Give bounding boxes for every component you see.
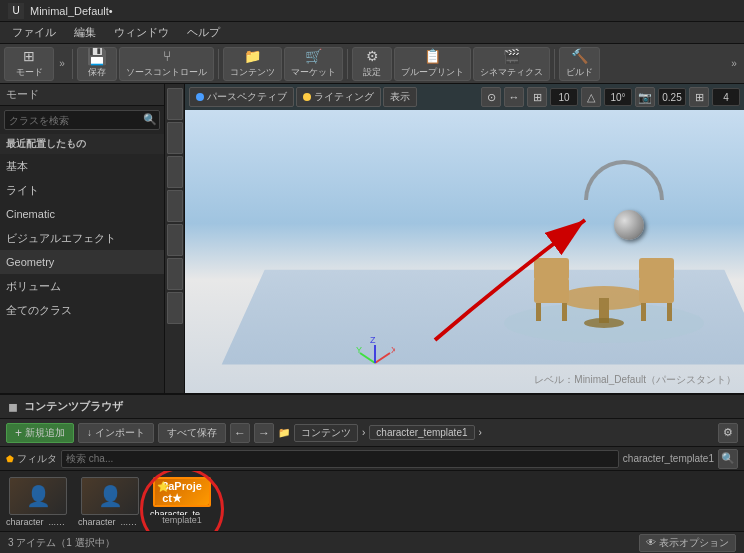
vp-num-2: 10° bbox=[604, 88, 632, 106]
path-character-template[interactable]: character_template1 bbox=[369, 425, 474, 440]
class-search-input[interactable] bbox=[4, 110, 160, 130]
mode-header-label: モード bbox=[6, 87, 39, 102]
breadcrumb-path: 📁 コンテンツ › character_template1 › bbox=[278, 424, 482, 442]
star-icon: ⭐ bbox=[157, 481, 169, 492]
new-add-button[interactable]: + 新規追加 bbox=[6, 423, 74, 443]
item-count-label: 3 アイテム（1 選択中） bbox=[8, 536, 115, 550]
path-chevron-2: › bbox=[479, 427, 482, 438]
vp-num-4: 4 bbox=[712, 88, 740, 106]
content-browser-icon: ◼ bbox=[8, 400, 18, 414]
lighting-btn[interactable]: ライティング bbox=[296, 87, 381, 107]
mini-thumb-6[interactable] bbox=[167, 258, 183, 290]
svg-text:X: X bbox=[391, 345, 395, 355]
asset-item-1[interactable]: 👤 character_...2head bbox=[6, 477, 70, 525]
all-classes-section[interactable]: 全てのクラス bbox=[0, 298, 164, 322]
vp-icon-5[interactable]: 📷 bbox=[635, 87, 655, 107]
geometry-section[interactable]: Geometry bbox=[0, 250, 164, 274]
marketplace-icon: 🛒 bbox=[306, 48, 322, 64]
perspective-dot bbox=[196, 93, 204, 101]
mini-thumb-3[interactable] bbox=[167, 156, 183, 188]
light-section[interactable]: ライト bbox=[0, 178, 164, 202]
save-icon: 💾 bbox=[89, 48, 105, 64]
asset-thumb-inner-2: 👤 bbox=[82, 478, 138, 514]
mini-thumb-4[interactable] bbox=[167, 190, 183, 222]
perspective-btn[interactable]: パースペクティブ bbox=[189, 87, 294, 107]
mode-header: モード bbox=[0, 84, 164, 106]
vp-num-1: 10 bbox=[550, 88, 578, 106]
toolbar-expand[interactable]: » bbox=[56, 47, 68, 81]
view-options-button[interactable]: 👁 表示オプション bbox=[639, 534, 736, 552]
vp-icon-4[interactable]: △ bbox=[581, 87, 601, 107]
import-icon: ↓ bbox=[87, 427, 92, 438]
viewport-right-controls: ⊙ ↔ ⊞ 10 △ 10° 📷 0.25 ⊞ 4 bbox=[481, 87, 740, 107]
menu-edit[interactable]: 編集 bbox=[66, 23, 104, 42]
back-button[interactable]: ← bbox=[230, 423, 250, 443]
svg-line-14 bbox=[360, 353, 375, 363]
mini-thumb-5[interactable] bbox=[167, 224, 183, 256]
path-chevron: › bbox=[362, 427, 365, 438]
blueprint-button[interactable]: 📋 ブループリント bbox=[394, 47, 471, 81]
svg-rect-7 bbox=[562, 303, 567, 321]
menu-help[interactable]: ヘルプ bbox=[179, 23, 228, 42]
forward-button[interactable]: → bbox=[254, 423, 274, 443]
vp-num-3: 0.25 bbox=[658, 88, 686, 106]
title-bar: U Minimal_Default• bbox=[0, 0, 744, 22]
content-search-input[interactable] bbox=[61, 450, 619, 468]
search-icon-btn[interactable]: 🔍 bbox=[718, 449, 738, 469]
save-all-button[interactable]: すべて保存 bbox=[158, 423, 226, 443]
source-control-button[interactable]: ⑂ ソースコントロール bbox=[119, 47, 214, 81]
right-mini-panel bbox=[165, 84, 185, 393]
viewport[interactable]: パースペクティブ ライティング 表示 ⊙ ↔ ⊞ 10 △ 10° 📷 0.25… bbox=[185, 84, 744, 393]
svg-text:Z: Z bbox=[370, 335, 376, 345]
mini-thumb-2[interactable] bbox=[167, 122, 183, 154]
basic-section[interactable]: 基本 bbox=[0, 154, 164, 178]
path-content[interactable]: コンテンツ bbox=[294, 424, 358, 442]
recent-placed-section[interactable]: 最近配置したもの bbox=[0, 134, 164, 154]
asset-item-3[interactable]: ⭐ 3aProject★ character_template1 templat… bbox=[150, 477, 214, 525]
cinematics-button[interactable]: 🎬 シネマティクス bbox=[473, 47, 550, 81]
main-toolbar: ⊞ モード » 💾 保存 ⑂ ソースコントロール 📁 コンテンツ 🛒 マーケット… bbox=[0, 44, 744, 84]
display-btn[interactable]: 表示 bbox=[383, 87, 417, 107]
left-panel: モード 🔍 最近配置したもの 基本 ライト Cinematic ビジュアルエフェ… bbox=[0, 84, 165, 393]
save-label: 保存 bbox=[88, 66, 106, 79]
visual-effect-section[interactable]: ビジュアルエフェクト bbox=[0, 226, 164, 250]
asset-sub-label-3: template1 bbox=[162, 515, 202, 525]
mini-thumb-7[interactable] bbox=[167, 292, 183, 324]
content-browser-panel: ◼ コンテンツブラウザ + 新規追加 ↓ インポート すべて保存 ← → 📁 コ… bbox=[0, 393, 744, 553]
level-label: レベル：Minimal_Default（パーシスタント） bbox=[534, 373, 736, 387]
eye-icon: 👁 bbox=[646, 537, 656, 548]
asset-label-1: character_...2head bbox=[6, 517, 70, 525]
marketplace-button[interactable]: 🛒 マーケット bbox=[284, 47, 343, 81]
search-box: 🔍 bbox=[4, 110, 160, 130]
cinematics-icon: 🎬 bbox=[504, 48, 520, 64]
mode-icon: ⊞ bbox=[21, 48, 37, 64]
asset-item-2[interactable]: 👤 character_...3head bbox=[78, 477, 142, 525]
volume-section[interactable]: ボリューム bbox=[0, 274, 164, 298]
svg-rect-8 bbox=[639, 278, 674, 303]
svg-rect-6 bbox=[536, 303, 541, 321]
settings-button[interactable]: ⚙ 設定 bbox=[352, 47, 392, 81]
mode-panel-btn[interactable]: ⊞ モード bbox=[4, 47, 54, 81]
import-button[interactable]: ↓ インポート bbox=[78, 423, 154, 443]
svg-rect-11 bbox=[667, 303, 672, 321]
vp-icon-6[interactable]: ⊞ bbox=[689, 87, 709, 107]
toolbar-expand-right[interactable]: » bbox=[728, 47, 740, 81]
separator-4 bbox=[554, 49, 555, 79]
save-button[interactable]: 💾 保存 bbox=[77, 47, 117, 81]
cb-toolbar: + 新規追加 ↓ インポート すべて保存 ← → 📁 コンテンツ › chara… bbox=[0, 419, 744, 447]
cb-settings-icon[interactable]: ⚙ bbox=[718, 423, 738, 443]
mini-thumb-1[interactable] bbox=[167, 88, 183, 120]
vp-icon-2[interactable]: ↔ bbox=[504, 87, 524, 107]
menu-file[interactable]: ファイル bbox=[4, 23, 64, 42]
cinematic-section[interactable]: Cinematic bbox=[0, 202, 164, 226]
vp-icon-1[interactable]: ⊙ bbox=[481, 87, 501, 107]
content-button[interactable]: 📁 コンテンツ bbox=[223, 47, 282, 81]
asset-thumb-1: 👤 bbox=[9, 477, 67, 515]
asset-thumb-inner-1: 👤 bbox=[10, 478, 66, 514]
svg-text:Y: Y bbox=[356, 345, 362, 355]
menu-window[interactable]: ウィンドウ bbox=[106, 23, 177, 42]
build-button[interactable]: 🔨 ビルド bbox=[559, 47, 600, 81]
breadcrumb-display: character_template1 bbox=[623, 453, 714, 464]
svg-rect-4 bbox=[534, 278, 569, 303]
vp-icon-3[interactable]: ⊞ bbox=[527, 87, 547, 107]
